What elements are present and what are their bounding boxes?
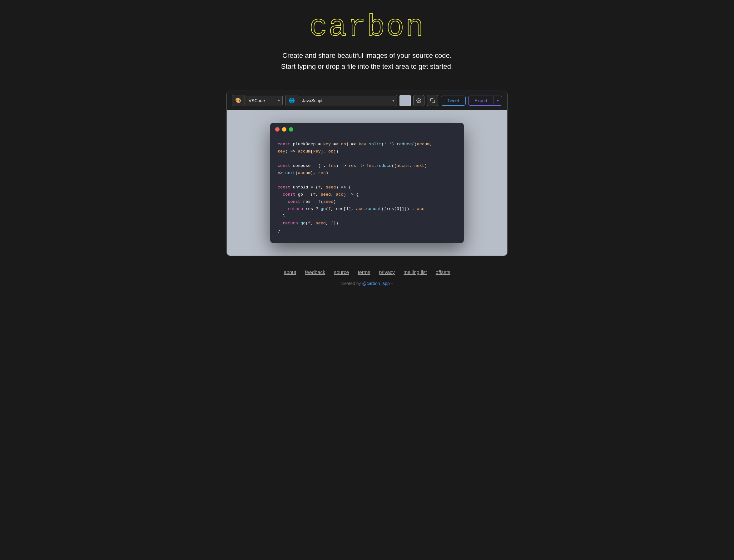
code-line [278, 177, 456, 184]
code-line: key) => accum[key], obj) [278, 148, 456, 155]
app-subtitle: Create and share beautiful images of you… [281, 50, 453, 72]
svg-point-0 [418, 100, 419, 101]
window-titlebar [270, 123, 464, 136]
gear-icon [416, 98, 421, 103]
code-line: const res = f(seed) [278, 198, 456, 206]
footer-link-about[interactable]: about [284, 270, 296, 275]
background-color-swatch[interactable] [399, 95, 411, 106]
footer-link-privacy[interactable]: privacy [379, 270, 395, 275]
footer-nav: about feedback source terms privacy mail… [284, 270, 450, 275]
minimize-dot [282, 127, 287, 132]
export-button[interactable]: Export [468, 96, 493, 106]
code-line: const compose = (...fns) => res => fns.r… [278, 163, 456, 170]
maximize-dot [289, 127, 293, 132]
language-select[interactable]: JavaScript TypeScript Python Rust [298, 96, 397, 106]
footer-link-terms[interactable]: terms [358, 270, 370, 275]
code-line: return res ? go(f, res[1], acc.concat([r… [278, 206, 456, 213]
code-content[interactable]: const pluckDeep = key => obj => key.spli… [270, 136, 464, 243]
svg-rect-1 [432, 100, 435, 103]
theme-select[interactable]: VSCode Dracula Monokai Seti [245, 96, 282, 106]
code-window: const pluckDeep = key => obj => key.spli… [270, 123, 464, 243]
code-line: } [278, 213, 456, 220]
footer-link-source[interactable]: source [334, 270, 349, 275]
carbon-app-link[interactable]: @carbon_app [362, 281, 390, 286]
tweet-button[interactable]: Tweet [441, 96, 465, 106]
close-dot [275, 127, 280, 132]
code-line: const pluckDeep = key => obj => key.spli… [278, 141, 456, 148]
code-line: const unfold = (f, seed) => { [278, 184, 456, 191]
editor-card: 🎨 VSCode Dracula Monokai Seti ▾ 🌐 JavaSc… [227, 91, 507, 256]
settings-button[interactable] [413, 95, 424, 106]
code-line [278, 155, 456, 163]
code-line: } [278, 227, 456, 234]
app-logo: carbon [309, 13, 425, 43]
theme-palette-icon: 🎨 [232, 95, 245, 106]
export-dropdown-button[interactable]: ▾ [493, 96, 502, 106]
export-chevron-icon: ▾ [497, 98, 499, 103]
language-selector[interactable]: 🌐 JavaScript TypeScript Python Rust ▾ [285, 95, 397, 106]
footer-link-feedback[interactable]: feedback [305, 270, 325, 275]
footer-credit: created by @carbon_app ¬ [341, 281, 393, 286]
export-group: Export ▾ [468, 96, 502, 106]
toolbar: 🎨 VSCode Dracula Monokai Seti ▾ 🌐 JavaSc… [227, 91, 507, 110]
code-area: const pluckDeep = key => obj => key.spli… [227, 110, 507, 255]
code-line: return go(f, seed, []) [278, 220, 456, 227]
footer-link-offsets[interactable]: offsets [436, 270, 450, 275]
code-line: => next(accum), res) [278, 170, 456, 177]
code-line: const go = (f, seed, acc) => { [278, 191, 456, 198]
language-globe-icon: 🌐 [286, 95, 298, 106]
copy-button[interactable] [427, 95, 438, 106]
copy-icon [430, 98, 435, 103]
theme-selector[interactable]: 🎨 VSCode Dracula Monokai Seti ▾ [232, 95, 283, 106]
footer-link-mailing-list[interactable]: mailing list [403, 270, 427, 275]
